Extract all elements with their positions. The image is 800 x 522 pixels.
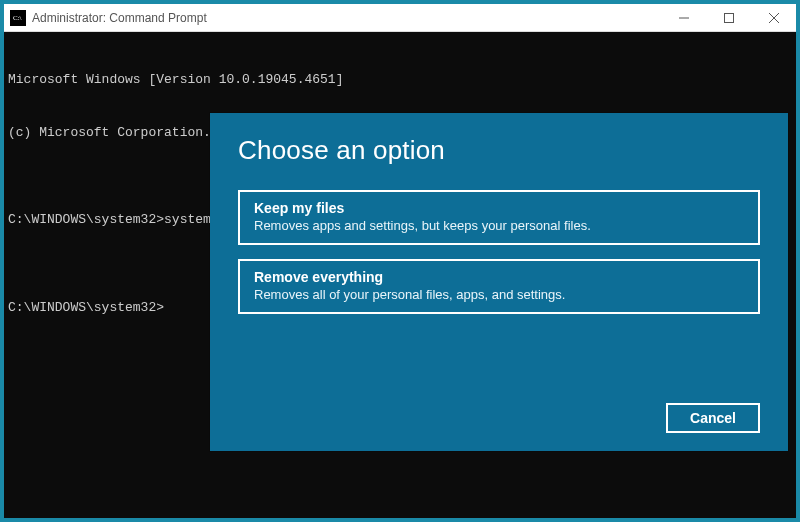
window-controls — [661, 4, 796, 31]
terminal-line: Microsoft Windows [Version 10.0.19045.46… — [8, 71, 792, 89]
option-desc: Removes all of your personal files, apps… — [254, 287, 744, 302]
svg-text:C:\: C:\ — [13, 14, 22, 22]
dialog-title: Choose an option — [238, 135, 760, 166]
spacer — [238, 328, 760, 403]
option-title: Remove everything — [254, 269, 744, 285]
svg-rect-2 — [724, 13, 733, 22]
option-remove-everything[interactable]: Remove everything Removes all of your pe… — [238, 259, 760, 314]
cancel-button[interactable]: Cancel — [666, 403, 760, 433]
option-title: Keep my files — [254, 200, 744, 216]
option-keep-files[interactable]: Keep my files Removes apps and settings,… — [238, 190, 760, 245]
cmd-icon: C:\ — [10, 10, 26, 26]
reset-dialog: Choose an option Keep my files Removes a… — [210, 113, 788, 451]
minimize-button[interactable] — [661, 4, 706, 31]
window-title: Administrator: Command Prompt — [32, 11, 661, 25]
close-button[interactable] — [751, 4, 796, 31]
titlebar[interactable]: C:\ Administrator: Command Prompt — [4, 4, 796, 32]
option-desc: Removes apps and settings, but keeps you… — [254, 218, 744, 233]
dialog-buttons: Cancel — [238, 403, 760, 433]
maximize-button[interactable] — [706, 4, 751, 31]
